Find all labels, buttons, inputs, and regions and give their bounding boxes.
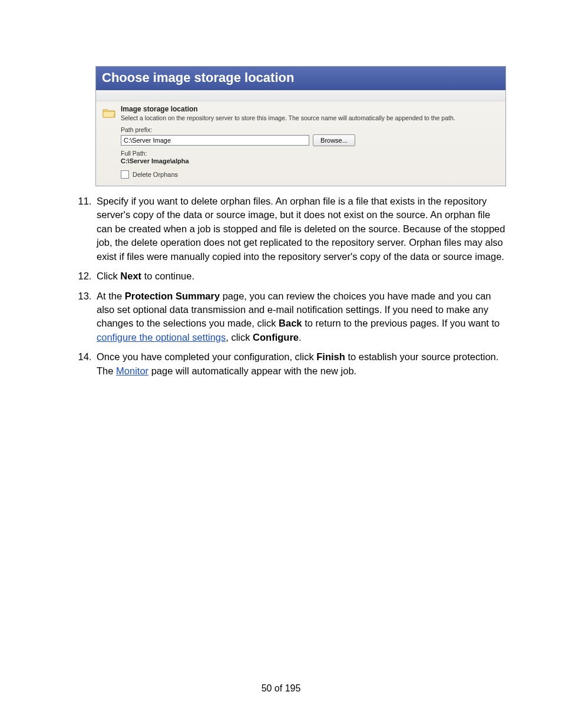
dialog-body: Image storage location Select a location… xyxy=(96,101,505,186)
step-13-d: , click xyxy=(226,332,253,342)
step-13-configure: Configure xyxy=(253,332,299,342)
step-14-a: Once you have completed your configurati… xyxy=(97,351,316,362)
dialog-separator xyxy=(96,90,505,101)
document-page: Choose image storage location Image stor… xyxy=(0,0,562,728)
step-13-e: . xyxy=(299,332,302,342)
section-description: Select a location on the repository serv… xyxy=(121,114,501,121)
path-prefix-input[interactable] xyxy=(121,135,309,146)
step-11-text: Specify if you want to delete orphan fil… xyxy=(97,196,505,262)
full-path-label: Full Path: xyxy=(121,150,501,157)
browse-button[interactable]: Browse... xyxy=(313,134,355,146)
delete-orphans-label: Delete Orphans xyxy=(133,171,178,178)
section-heading: Image storage location xyxy=(121,105,501,113)
step-13: At the Protection Summary page, you can … xyxy=(94,289,505,345)
step-13-c: to return to the previous pages. If you … xyxy=(302,318,500,328)
step-12-b: to continue. xyxy=(141,271,194,281)
step-12-a: Click xyxy=(97,271,120,281)
page-number: 50 of 195 xyxy=(0,683,562,694)
delete-orphans-checkbox[interactable] xyxy=(121,170,129,179)
step-11: Specify if you want to delete orphan fil… xyxy=(94,195,505,263)
configure-settings-link[interactable]: configure the optional settings xyxy=(97,332,226,342)
path-prefix-label: Path prefix: xyxy=(121,126,501,133)
step-14-c: page will automatically appear with the … xyxy=(148,365,356,376)
step-13-a: At the xyxy=(97,291,125,301)
step-13-back: Back xyxy=(279,318,302,328)
dialog-title: Choose image storage location xyxy=(96,67,505,90)
storage-location-dialog: Choose image storage location Image stor… xyxy=(95,66,506,186)
monitor-link[interactable]: Monitor xyxy=(116,365,148,376)
step-12-next: Next xyxy=(120,271,141,281)
folder-icon xyxy=(102,106,116,119)
full-path-value: C:\Server Image\alpha xyxy=(121,157,501,164)
step-14: Once you have completed your configurati… xyxy=(94,350,505,378)
step-13-protection-summary: Protection Summary xyxy=(125,291,220,301)
step-12: Click Next to continue. xyxy=(94,269,505,283)
step-list: Specify if you want to delete orphan fil… xyxy=(57,195,505,378)
step-content: Specify if you want to delete orphan fil… xyxy=(57,195,505,378)
step-14-finish: Finish xyxy=(316,351,345,362)
